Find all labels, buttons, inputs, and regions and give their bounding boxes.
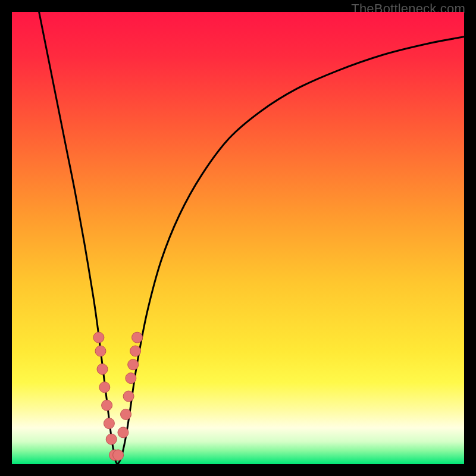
outer-frame: TheBottleneck.com xyxy=(0,0,476,476)
marker-dot xyxy=(126,373,136,384)
marker-dot xyxy=(106,434,117,444)
chart-svg xyxy=(12,12,464,464)
marker-dot xyxy=(95,346,106,356)
marker-dot xyxy=(102,400,112,411)
marker-dot xyxy=(132,332,143,343)
marker-dot xyxy=(99,382,110,393)
marker-dot xyxy=(123,391,134,402)
marker-dot xyxy=(130,346,140,356)
plot-area xyxy=(12,12,464,464)
marker-dot xyxy=(104,418,114,429)
marker-dot xyxy=(113,450,124,461)
marker-dot xyxy=(121,409,131,419)
gradient-background xyxy=(12,12,464,464)
marker-dot xyxy=(93,332,104,343)
marker-dot xyxy=(118,427,129,438)
marker-dot xyxy=(97,364,108,374)
marker-dot xyxy=(128,359,139,370)
